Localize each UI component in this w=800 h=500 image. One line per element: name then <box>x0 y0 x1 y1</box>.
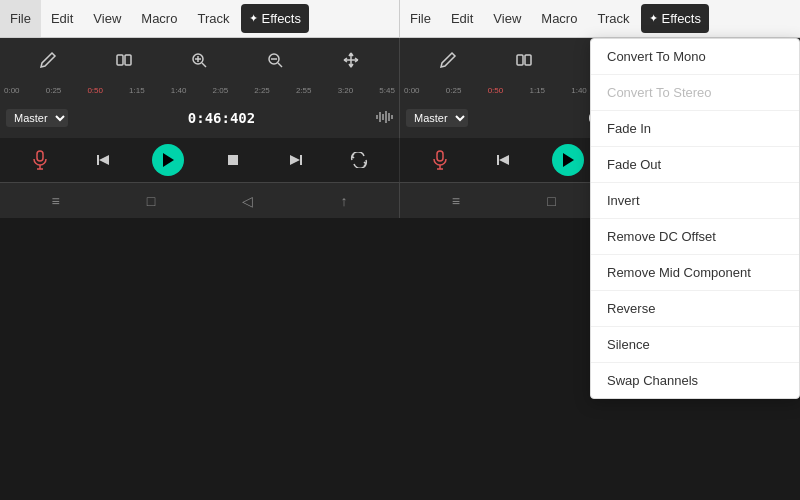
dropdown-item-9[interactable]: Swap Channels <box>591 363 799 398</box>
svg-rect-231 <box>97 155 99 165</box>
zoom-out-icon-left <box>266 51 284 69</box>
left-menu-btn[interactable]: ≡ <box>52 193 60 209</box>
dropdown-item-2[interactable]: Fade In <box>591 111 799 147</box>
svg-marker-236 <box>290 155 300 165</box>
menu-item-edit-right[interactable]: Edit <box>441 0 483 37</box>
svg-rect-228 <box>37 151 43 161</box>
waveform-view-icon-left <box>375 110 393 124</box>
right-stop-shape-btn[interactable]: □ <box>547 193 555 209</box>
skip-back-icon-right <box>495 152 511 168</box>
left-bottom-panel: ≡ □ ◁ ↑ <box>0 183 400 218</box>
dropdown-item-6[interactable]: Remove Mid Component <box>591 255 799 291</box>
left-waveform-panel[interactable]: 0:00 0:25 0:50 1:15 1:40 2:05 2:25 2:55 … <box>0 82 400 98</box>
svg-marker-232 <box>99 155 109 165</box>
svg-rect-216 <box>376 115 378 119</box>
left-ruler-marks: 0:00 0:25 0:50 1:15 1:40 2:05 2:25 2:55 … <box>4 86 395 95</box>
menu-bar: File Edit View Macro Track ✦ Effects Fil… <box>0 0 800 38</box>
menu-item-file-left[interactable]: File <box>0 0 41 37</box>
left-timeline-ruler: 0:00 0:25 0:50 1:15 1:40 2:05 2:25 2:55 … <box>0 82 399 98</box>
svg-rect-240 <box>497 155 499 165</box>
zoom-in-icon-left <box>190 51 208 69</box>
split-tool-left[interactable] <box>108 44 140 76</box>
menu-item-effects-left[interactable]: ✦ Effects <box>241 4 309 33</box>
svg-rect-237 <box>437 151 443 161</box>
left-loop-btn[interactable] <box>345 146 373 174</box>
right-play-btn[interactable] <box>552 144 584 176</box>
app-container: File Edit View Macro Track ✦ Effects Fil… <box>0 0 800 218</box>
left-skip-forward-btn[interactable] <box>282 146 310 174</box>
menu-item-effects-right[interactable]: ✦ Effects <box>641 4 709 33</box>
menu-item-macro-right[interactable]: Macro <box>531 0 587 37</box>
effects-icon-left: ✦ <box>249 12 258 25</box>
play-icon-right <box>561 152 575 168</box>
pencil-icon-left <box>39 51 57 69</box>
left-menu-panel: File Edit View Macro Track ✦ Effects <box>0 0 400 37</box>
svg-line-7 <box>278 63 282 67</box>
pencil-tool-right[interactable] <box>432 44 464 76</box>
split-tool-right[interactable] <box>508 44 540 76</box>
left-stop-btn[interactable] <box>219 146 247 174</box>
dropdown-item-0[interactable]: Convert To Mono <box>591 39 799 75</box>
left-up-btn[interactable]: ↑ <box>340 193 347 209</box>
svg-rect-217 <box>379 112 381 122</box>
right-master-select[interactable]: Master <box>406 109 468 127</box>
dropdown-item-3[interactable]: Fade Out <box>591 147 799 183</box>
left-time-display: 0:46:402 <box>72 110 371 126</box>
mic-icon-left <box>32 150 48 170</box>
effects-label-right: Effects <box>661 11 701 26</box>
skip-back-icon-left <box>95 152 111 168</box>
dropdown-item-7[interactable]: Reverse <box>591 291 799 327</box>
left-waveform-view-btn[interactable] <box>375 110 393 127</box>
svg-marker-241 <box>499 155 509 165</box>
effects-dropdown: Convert To Mono Convert To Stereo Fade I… <box>590 38 800 399</box>
left-master-select[interactable]: Master <box>6 109 68 127</box>
right-menu-btn[interactable]: ≡ <box>452 193 460 209</box>
move-icon-left <box>342 51 360 69</box>
stop-icon-left <box>226 153 240 167</box>
right-skip-back-btn[interactable] <box>489 146 517 174</box>
skip-forward-icon-left <box>288 152 304 168</box>
svg-rect-0 <box>117 55 123 65</box>
svg-marker-242 <box>563 153 574 167</box>
loop-icon-left <box>350 152 368 168</box>
zoom-in-tool-left[interactable] <box>183 44 215 76</box>
dropdown-item-8[interactable]: Silence <box>591 327 799 363</box>
left-controls <box>0 138 400 182</box>
menu-item-file-right[interactable]: File <box>400 0 441 37</box>
mic-icon-right <box>432 150 448 170</box>
right-menu-panel: File Edit View Macro Track ✦ Effects Con… <box>400 0 800 37</box>
left-skip-back-btn[interactable] <box>89 146 117 174</box>
split-icon-right <box>515 51 533 69</box>
dropdown-item-5[interactable]: Remove DC Offset <box>591 219 799 255</box>
svg-marker-233 <box>163 153 174 167</box>
right-mic-btn[interactable] <box>426 146 454 174</box>
zoom-out-tool-left[interactable] <box>259 44 291 76</box>
menu-item-view-left[interactable]: View <box>83 0 131 37</box>
split-icon-left <box>115 51 133 69</box>
svg-rect-1 <box>125 55 131 65</box>
svg-rect-221 <box>391 115 393 119</box>
move-tool-left[interactable] <box>335 44 367 76</box>
menu-item-track-left[interactable]: Track <box>187 0 239 37</box>
left-transport: Master 0:46:402 <box>0 98 400 138</box>
play-icon-left <box>161 152 175 168</box>
menu-item-view-right[interactable]: View <box>483 0 531 37</box>
left-play-btn[interactable] <box>152 144 184 176</box>
menu-item-macro-left[interactable]: Macro <box>131 0 187 37</box>
menu-item-edit-left[interactable]: Edit <box>41 0 83 37</box>
pencil-icon-right <box>439 51 457 69</box>
svg-rect-234 <box>228 155 238 165</box>
svg-rect-10 <box>525 55 531 65</box>
menu-item-track-right[interactable]: Track <box>587 0 639 37</box>
left-back-btn[interactable]: ◁ <box>242 193 253 209</box>
dropdown-item-4[interactable]: Invert <box>591 183 799 219</box>
svg-rect-219 <box>385 111 387 123</box>
svg-rect-218 <box>382 114 384 120</box>
effects-label-left: Effects <box>261 11 301 26</box>
dropdown-item-1: Convert To Stereo <box>591 75 799 111</box>
svg-line-3 <box>202 63 206 67</box>
svg-rect-9 <box>517 55 523 65</box>
pencil-tool-left[interactable] <box>32 44 64 76</box>
left-mic-btn[interactable] <box>26 146 54 174</box>
left-stop-shape-btn[interactable]: □ <box>147 193 155 209</box>
